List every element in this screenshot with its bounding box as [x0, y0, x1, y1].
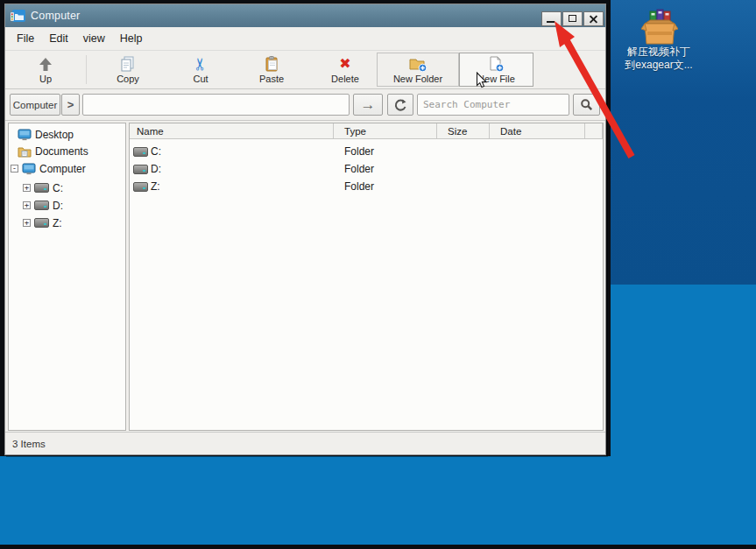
chevron-right-icon: >	[67, 98, 74, 111]
maximize-button[interactable]	[562, 11, 583, 26]
desktop-shortcut-winrar-archive[interactable]: 解压视频补丁 到exagear文...	[608, 9, 710, 72]
path-input[interactable]	[82, 94, 350, 116]
new-file-button[interactable]: New File	[459, 53, 533, 87]
paste-button[interactable]: Paste	[238, 53, 305, 87]
refresh-button[interactable]	[387, 94, 413, 116]
paste-icon	[264, 56, 279, 72]
documents-folder-icon	[18, 145, 32, 158]
winrar-archive-icon	[639, 9, 678, 46]
drive-icon	[34, 183, 49, 193]
file-manager-window: Computer File Edit view Help Up	[4, 4, 606, 455]
tree-item-drive-z[interactable]: + Z:	[9, 215, 125, 231]
tree-item-drive-c[interactable]: + C:	[9, 179, 125, 196]
up-button[interactable]: Up	[12, 53, 79, 87]
minimize-icon	[547, 21, 555, 23]
maximize-icon	[569, 15, 576, 22]
breadcrumb-chevron-button[interactable]: >	[61, 94, 80, 116]
tree-item-desktop[interactable]: Desktop	[9, 126, 125, 143]
toolbar-separator	[86, 55, 87, 84]
delete-x-icon: ✖	[339, 56, 350, 72]
search-button[interactable]	[573, 94, 600, 116]
list-header: Name Type Size Date	[130, 123, 603, 139]
search-magnifier-icon	[580, 98, 593, 111]
tree-item-drive-d[interactable]: + D:	[9, 197, 125, 214]
close-button[interactable]	[583, 11, 604, 26]
status-bar: 3 Items	[5, 432, 605, 454]
copy-button[interactable]: Copy	[95, 53, 161, 87]
expand-icon[interactable]: +	[23, 219, 31, 227]
copy-icon	[120, 56, 136, 72]
minimize-button[interactable]	[541, 11, 562, 26]
column-header-name[interactable]: Name	[130, 123, 334, 138]
file-row-drive-z[interactable]: Z: Folder	[130, 178, 603, 195]
computer-icon	[22, 163, 36, 175]
shortcut-label-line2: 到exagear文...	[608, 59, 710, 72]
shortcut-label-line1: 解压视频补丁	[608, 46, 710, 59]
expand-icon[interactable]: +	[23, 184, 31, 192]
collapse-icon[interactable]: -	[11, 165, 18, 172]
drive-icon	[133, 147, 148, 157]
new-folder-icon	[409, 56, 427, 72]
new-file-icon	[488, 56, 505, 72]
drive-icon	[133, 182, 148, 192]
menu-edit[interactable]: Edit	[49, 32, 68, 45]
go-button[interactable]: →	[353, 94, 383, 116]
menu-view[interactable]: view	[83, 32, 105, 45]
folder-tree-panel: Desktop Documents - Computer +	[8, 123, 126, 431]
go-arrow-icon: →	[361, 96, 376, 114]
menu-help[interactable]: Help	[120, 32, 143, 45]
new-folder-button[interactable]: New Folder	[377, 53, 459, 87]
wallpaper-light-band	[611, 285, 756, 545]
toolbar: Up Copy ✂ Cut	[5, 51, 605, 89]
file-row-drive-c[interactable]: C: Folder	[130, 143, 603, 160]
drive-icon	[133, 165, 148, 174]
up-arrow-icon	[38, 57, 53, 72]
search-input[interactable]	[417, 94, 569, 116]
menu-bar: File Edit view Help	[5, 27, 605, 51]
tree-item-documents[interactable]: Documents	[9, 143, 125, 159]
title-bar[interactable]: Computer	[5, 4, 605, 27]
refresh-icon	[393, 98, 407, 112]
scissors-icon: ✂	[192, 57, 208, 71]
wallpaper-bottom	[0, 456, 611, 545]
window-title: Computer	[31, 10, 80, 22]
address-bar: Computer > →	[5, 89, 605, 121]
cut-button[interactable]: ✂ Cut	[168, 53, 233, 87]
column-header-size[interactable]: Size	[437, 123, 490, 138]
drive-icon	[34, 201, 49, 210]
file-row-drive-d[interactable]: D: Folder	[130, 160, 603, 178]
tree-item-computer[interactable]: - Computer	[9, 160, 125, 177]
column-header-date[interactable]: Date	[490, 123, 585, 138]
desktop-icon	[18, 129, 32, 141]
column-header-type[interactable]: Type	[334, 123, 437, 138]
delete-button[interactable]: ✖ Delete	[312, 53, 378, 87]
file-manager-app-icon	[11, 9, 25, 23]
menu-file[interactable]: File	[17, 32, 34, 45]
item-count: 3 Items	[12, 439, 46, 449]
file-list-panel: Name Type Size Date C: Folder D: Folder	[129, 123, 604, 431]
location-button[interactable]: Computer	[10, 94, 60, 116]
drive-icon	[34, 218, 49, 228]
expand-icon[interactable]: +	[23, 201, 31, 209]
desktop: 解压视频补丁 到exagear文... Computer File Edit	[0, 0, 756, 549]
